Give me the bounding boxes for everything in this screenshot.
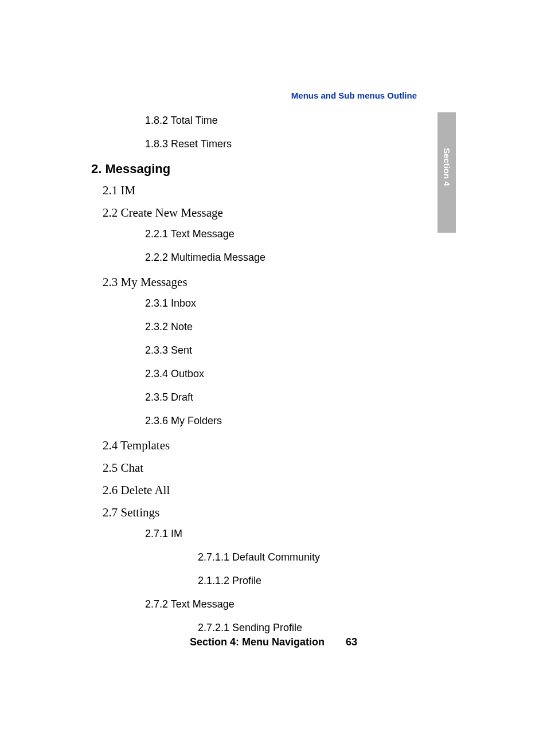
outline-item: 2.2.1 Text Message [145, 228, 412, 240]
outline-item: 2.1 IM [103, 183, 412, 198]
section-number: 2. [91, 162, 101, 176]
section-tab: Section 4 [437, 112, 456, 233]
outline-item: 2.7 Settings [103, 506, 412, 520]
outline-item: 2.3 My Messages [103, 275, 412, 289]
outline-item: 2.4 Templates [103, 438, 412, 453]
outline-item: 2.5 Chat [103, 461, 412, 475]
outline-section-heading: 2. Messaging [91, 162, 412, 177]
section-title: Messaging [105, 162, 170, 176]
outline-item: 2.3.4 Outbox [145, 368, 412, 380]
outline-item: 2.3.6 My Folders [145, 415, 412, 427]
outline-item: 1.8.3 Reset Timers [145, 138, 412, 150]
page-footer: Section 4: Menu Navigation 63 [0, 636, 547, 648]
section-tab-label: Section 4 [442, 148, 452, 186]
outline-item: 2.3.5 Draft [145, 391, 412, 404]
outline-item: 2.7.2.1 Sending Profile [198, 622, 412, 634]
outline-item: 2.2.2 Multimedia Message [145, 252, 412, 264]
outline-item: 2.7.1.1 Default Community [198, 551, 412, 563]
footer-section-label: Section 4: Menu Navigation [190, 636, 325, 648]
outline-item: 2.1.1.2 Profile [198, 575, 412, 587]
breadcrumb[interactable]: Menus and Sub menus Outline [291, 91, 417, 100]
outline-item: 2.7.1 IM [145, 528, 412, 540]
outline-item: 2.7.2 Text Message [145, 598, 412, 610]
outline-content: 1.8.2 Total Time 1.8.3 Reset Timers 2. M… [91, 115, 412, 645]
outline-item: 2.2 Create New Message [103, 206, 412, 220]
outline-item: 1.8.2 Total Time [145, 115, 412, 127]
outline-item: 2.3.2 Note [145, 321, 412, 333]
outline-item: 2.6 Delete All [103, 483, 412, 498]
page-number: 63 [346, 636, 357, 648]
outline-item: 2.3.3 Sent [145, 344, 412, 357]
outline-item: 2.3.1 Inbox [145, 297, 412, 310]
